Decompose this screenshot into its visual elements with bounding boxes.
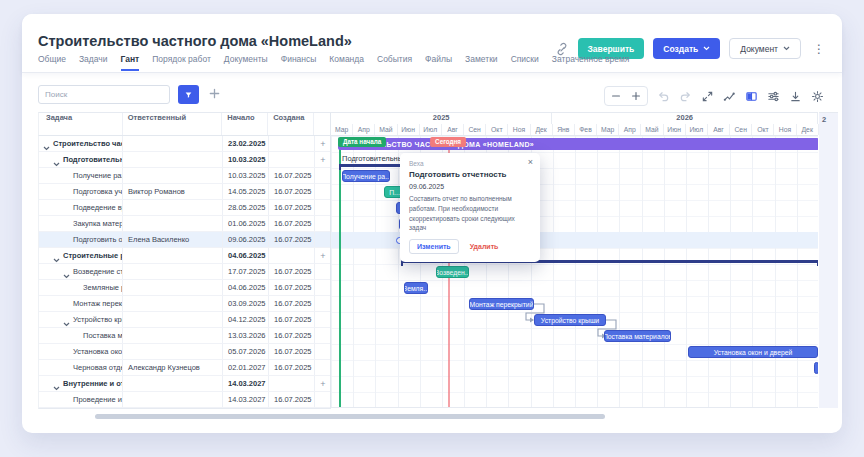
month-label: Авг — [708, 124, 730, 135]
task-bar[interactable]: Получение ра... — [342, 170, 390, 182]
task-bar[interactable]: Возведен... — [436, 266, 469, 278]
task-name-cell: Подведение вре... — [39, 200, 123, 215]
project-card: Строительство частного дома «HomeLand» З… — [22, 14, 842, 433]
owner-cell — [123, 152, 223, 167]
filter-icon — [184, 89, 193, 101]
popup-delete-button[interactable]: Удалить — [470, 243, 499, 250]
created-date-cell: 16.07.2025 — [269, 328, 315, 343]
table-row[interactable]: Подведение вре...28.05.202516.07.2025 — [39, 200, 331, 216]
task-name: Черновая отдел... — [73, 363, 123, 372]
collapse-chevron-icon[interactable] — [63, 269, 70, 279]
zoom-in-icon[interactable] — [630, 90, 642, 102]
table-row[interactable]: Подготовительные ...10.03.2025+ — [39, 152, 331, 168]
popup-description: Составить отчет по выполненным работам. … — [409, 194, 531, 233]
table-row[interactable]: Подготовить отч...Елена Василенко09.06.2… — [39, 232, 331, 248]
table-row[interactable]: Подготовка уча...Виктор Романов14.05.202… — [39, 184, 331, 200]
filter-button[interactable] — [178, 85, 199, 104]
horizontal-scrollbar[interactable] — [95, 414, 605, 419]
table-row[interactable]: Строительство частно...23.02.2025+ — [39, 136, 331, 152]
settings-gear-icon[interactable] — [811, 90, 824, 103]
project-summary-bar[interactable]: СТРОИТЕЛЬСТВО ЧАСТНОГО ДОМА «HOMELAND» — [338, 138, 818, 150]
redo-icon[interactable] — [679, 90, 692, 103]
add-task-icon[interactable] — [208, 87, 221, 100]
task-name-cell: Внутренние и отде... — [39, 376, 123, 391]
sliders-icon[interactable] — [767, 90, 780, 103]
tab-Финансы[interactable]: Финансы — [281, 54, 317, 71]
expand-icon[interactable] — [701, 90, 714, 103]
popup-actions: Изменить Удалить — [409, 239, 531, 254]
row-actions-cell — [315, 200, 331, 215]
task-bar[interactable]: Установка окон и дверей — [688, 346, 818, 358]
task-name: Поставка мат... — [83, 331, 123, 340]
column-header-1: Задача — [39, 113, 123, 135]
tab-Файлы[interactable]: Файлы — [425, 54, 452, 71]
create-button[interactable]: Создать — [653, 38, 720, 59]
table-row[interactable]: Внутренние и отде...14.03.2027+ — [39, 376, 331, 392]
undo-icon[interactable] — [657, 90, 670, 103]
start-date-cell: 14.03.2027 — [223, 376, 269, 391]
add-subtask-button[interactable]: + — [315, 376, 331, 391]
tab-Задачи[interactable]: Задачи — [79, 54, 108, 71]
critical-path-icon[interactable] — [723, 90, 736, 103]
popup-close-icon[interactable]: × — [528, 158, 533, 167]
create-button-label: Создать — [663, 44, 698, 54]
task-bar[interactable]: Поставка материалов — [604, 330, 671, 342]
tab-Команда[interactable]: Команда — [329, 54, 364, 71]
tab-Порядок работ[interactable]: Порядок работ — [152, 54, 211, 71]
tab-Списки[interactable]: Списки — [511, 54, 539, 71]
collapse-chevron-icon[interactable] — [53, 381, 60, 391]
tab-Гант[interactable]: Гант — [121, 54, 140, 71]
month-row: МарАпрМайИюнИюлАвгСенОктНояДекЯнвФевМарА… — [331, 124, 818, 135]
table-row[interactable]: Получение разр...10.03.202516.07.2025 — [39, 168, 331, 184]
row-actions-cell — [315, 216, 331, 231]
collapse-chevron-icon[interactable] — [63, 317, 70, 327]
table-row[interactable]: Возведение стен17.07.202516.07.2025 — [39, 264, 331, 280]
start-date-cell: 04.12.2025 — [223, 312, 269, 327]
tab-Затраченное время[interactable]: Затраченное время — [552, 54, 630, 71]
task-bar[interactable]: Монтаж перекрытий — [469, 298, 534, 310]
task-bar[interactable]: Устройство крыши — [534, 314, 606, 326]
table-row[interactable]: Поставка мат...13.03.202616.07.2025 — [39, 328, 331, 344]
task-bar[interactable] — [814, 362, 818, 374]
tab-Документы[interactable]: Документы — [224, 54, 268, 71]
start-date-cell: 09.06.2025 — [223, 232, 269, 247]
task-name: Земляные ра... — [83, 283, 123, 292]
download-icon[interactable] — [789, 90, 802, 103]
task-name: Закупка матери... — [73, 219, 123, 228]
table-row[interactable]: Устройство кры...04.12.202516.07.2025 — [39, 312, 331, 328]
collapse-chevron-icon[interactable] — [53, 253, 60, 263]
search-input[interactable] — [38, 85, 170, 104]
popup-edit-button[interactable]: Изменить — [409, 239, 459, 254]
month-label: Май — [375, 124, 397, 135]
add-subtask-button[interactable]: + — [315, 248, 331, 263]
collapse-chevron-icon[interactable] — [53, 157, 60, 167]
columns-view-icon[interactable] — [745, 90, 758, 103]
task-bar[interactable]: Земля... — [404, 282, 428, 294]
popup-date: 09.06.2025 — [409, 183, 531, 190]
month-label: Мар — [597, 124, 619, 135]
table-row[interactable]: Установка окон ...05.07.202616.07.2025 — [39, 344, 331, 360]
tab-Общие[interactable]: Общие — [38, 54, 66, 71]
task-name-cell: Монтаж перекр... — [39, 296, 123, 311]
tab-Заметки[interactable]: Заметки — [465, 54, 498, 71]
more-menu-icon[interactable]: ⋮ — [810, 42, 828, 56]
table-row[interactable]: Проведение ин...14.03.202716.07.2025 — [39, 392, 331, 408]
table-row[interactable]: Закупка матери...01.06.202516.07.2025 — [39, 216, 331, 232]
table-row[interactable]: Монтаж перекр...03.09.202516.07.2025 — [39, 296, 331, 312]
task-name-cell: Поставка мат... — [39, 328, 123, 343]
add-subtask-button[interactable]: + — [315, 152, 331, 167]
today-badge: Сегодня — [430, 137, 466, 147]
tab-События[interactable]: События — [377, 54, 412, 71]
table-row[interactable]: Строительные раб...04.06.2025+ — [39, 248, 331, 264]
document-button[interactable]: Документ — [729, 38, 801, 59]
zoom-out-icon[interactable] — [610, 90, 622, 102]
month-label: Сен — [464, 124, 486, 135]
task-name: Подготовить отч... — [73, 235, 123, 244]
start-date-cell: 04.06.2025 — [223, 280, 269, 295]
add-subtask-button[interactable]: + — [315, 136, 331, 151]
task-name-cell: Проведение ин... — [39, 392, 123, 407]
created-date-cell: 16.07.2025 — [269, 280, 315, 295]
table-row[interactable]: Черновая отдел...Александр Кузнецов02.01… — [39, 360, 331, 376]
collapse-chevron-icon[interactable] — [43, 141, 50, 151]
table-row[interactable]: Земляные ра...04.06.202516.07.2025 — [39, 280, 331, 296]
